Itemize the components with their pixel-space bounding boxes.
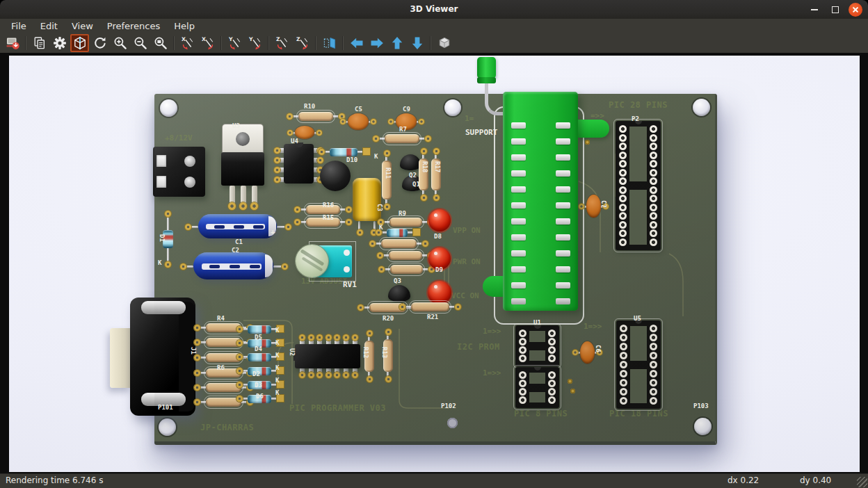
mounting-hole [694,418,712,435]
minimize-button[interactable] [807,2,821,17]
db9-connector [110,298,197,417]
silkscreen-label: PIC 18 PINS [609,409,668,418]
terminal-block [153,147,205,197]
rotate-x-ccw-button[interactable]: X [198,34,217,52]
3d-viewport[interactable]: U3R10U4C5C9R7D10KQ2Q1R18R17R11C3R16R15R9… [9,56,860,472]
silkscreen-label: K [275,339,279,346]
dip-socket [515,325,559,366]
silkscreen-label: 1=>> [483,327,501,336]
silkscreen-label: K [275,377,279,384]
resistor [389,251,422,260]
silkscreen-label: PIC 28 PINS [609,100,668,110]
move-up-button[interactable] [387,34,406,52]
round-capacitor [320,161,351,191]
silkscreen-label: VPP ON [453,226,481,235]
silkscreen-label: R9 [399,210,406,217]
silkscreen-label: C7 [600,200,607,208]
silkscreen-label: U4 [291,138,298,145]
resize-grip[interactable] [857,477,867,487]
silkscreen-label: Q1 [412,181,420,188]
titlebar[interactable]: 3D Viewer [0,0,868,19]
silkscreen-label: SUPPORT [465,128,497,137]
silkscreen-label: K [158,259,161,266]
ceramic-capacitor [586,195,601,218]
export-image-button[interactable] [3,34,22,52]
menu-item-edit[interactable]: Edit [33,19,65,33]
silkscreen-label: R16 [323,202,334,209]
close-button[interactable] [849,3,862,17]
toolbar: XXYYZZ [0,33,868,53]
copy-image-button[interactable] [30,34,49,52]
silkscreen-label: D10 [346,156,357,163]
maximize-button[interactable] [828,2,842,17]
arrow-up-icon [389,35,405,51]
toolbar-separator [220,36,222,50]
zoom-out-button[interactable] [131,34,150,52]
silkscreen-label: J1 [190,347,197,355]
flip-board-button[interactable] [320,34,339,52]
zoom-in-button[interactable] [111,34,129,52]
move-down-button[interactable] [408,34,426,52]
silkscreen-label: D5 [255,334,262,341]
silkscreen-label: K [379,224,383,231]
flip-icon [322,35,337,51]
refresh-icon [93,35,108,51]
silkscreen-label: R20 [383,315,394,322]
silkscreen-label: R21 [427,314,438,320]
dip-socket [616,121,661,250]
ceramic-capacitor [580,341,595,364]
silkscreen-label: Q2 [409,172,417,179]
silkscreen-label: RV1 [343,280,357,289]
maximize-icon [832,6,839,13]
rotate-z-cw-button[interactable]: Z [273,34,291,52]
window-title: 3D Viewer [0,4,868,14]
silkscreen-label: R17 [434,161,441,172]
rot-ccw-icon: Y [248,35,263,51]
rot-ccw-icon: Z [295,35,310,51]
rotate-z-ccw-button[interactable]: Z [293,34,312,52]
zoom-fit-icon [153,35,168,51]
silkscreen-label: K [275,352,279,359]
orthographic-button[interactable] [435,34,453,52]
diode [387,229,408,237]
resistor [298,112,333,121]
diode [248,325,271,334]
reload-board-button[interactable] [90,34,109,52]
toolbar-separator [268,36,269,50]
render-options-button[interactable] [50,34,69,52]
rotate-x-cw-button[interactable]: X [178,34,197,52]
film-capacitor [353,178,381,221]
resistor [389,218,422,227]
silkscreen-label: P103 [693,402,709,409]
rotate-y-ccw-button[interactable]: Y [246,34,264,52]
move-right-button[interactable] [367,34,386,52]
silkscreen-label: VCC ON [451,291,479,300]
zif-socket [503,92,578,311]
menu-item-file[interactable]: File [4,19,33,33]
raytracing-toggle[interactable] [70,34,89,52]
silkscreen-label: U1 [533,319,541,326]
zoom-fit-button[interactable] [151,34,170,52]
silkscreen-label: R13 [381,347,388,358]
silkscreen-label: P101 [158,404,173,411]
move-left-button[interactable] [347,34,366,52]
silkscreen-label: R4 [217,315,225,322]
menu-item-preferences[interactable]: Preferences [100,19,167,33]
toolbar-separator [430,36,431,50]
silkscreen-label: R12 [362,347,369,358]
resistor [390,265,423,274]
menu-item-view[interactable]: View [65,19,100,33]
silkscreen-label: K [374,153,378,160]
silkscreen-label: C9 [403,106,410,113]
rotate-y-cw-button[interactable]: Y [225,34,244,52]
silkscreen-label: U2 [289,348,296,356]
zif-tab [578,120,609,138]
window-controls [807,2,862,17]
mounting-hole [160,99,177,117]
silkscreen-label: C3 [376,204,383,211]
menu-item-help[interactable]: Help [167,19,202,33]
copy-icon [32,35,47,51]
silkscreen-label: D1 [159,234,166,242]
toolbar-separator [342,36,344,50]
toolbar-separator [315,36,316,50]
